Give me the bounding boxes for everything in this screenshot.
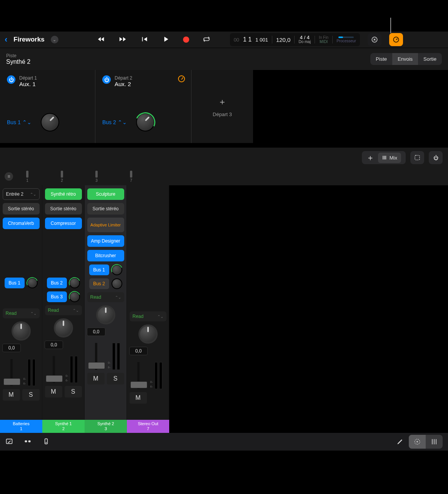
volume-readout[interactable]: 0,0 [129, 347, 148, 355]
mix-view-button[interactable]: Mix [378, 153, 401, 163]
fader[interactable]: 0-6- [87, 339, 124, 370]
send-chip[interactable]: Bus 2 [89, 278, 109, 289]
channel-name-3[interactable]: Synthé 23 [85, 420, 127, 433]
library-icon[interactable] [5, 437, 13, 446]
send-3-label: Départ 3 [213, 111, 232, 117]
solo-button[interactable]: S [65, 386, 82, 398]
send-knob[interactable] [112, 264, 122, 275]
lcd-beats: 1 1 [243, 36, 251, 43]
inspector-tabs: Piste Envois Sortie [370, 53, 442, 65]
pan-knob[interactable] [12, 321, 31, 341]
mute-button[interactable]: M [45, 386, 62, 398]
tab-sortie[interactable]: Sortie [418, 53, 442, 65]
tab-piste[interactable]: Piste [370, 53, 392, 65]
tracks-overview[interactable]: ≡ 1 2 3 7 [0, 168, 448, 185]
output-slot[interactable]: Sortie stéréo [45, 203, 82, 215]
plugin-toggle-button[interactable] [389, 33, 403, 46]
send-2[interactable]: ⏻ Départ 2 Aux. 2 Bus 2 ⌃⌄ [95, 70, 192, 143]
channel-strip-2[interactable]: Synthé rétro Sortie stéréo Compressor Bu… [42, 185, 85, 420]
rewind-button[interactable] [97, 35, 105, 45]
channel-name-2[interactable]: Synthé 12 [42, 420, 85, 433]
fx-slot[interactable]: Adaptive Limiter [87, 218, 124, 232]
fx-slot[interactable]: Amp Designer [87, 235, 124, 247]
channel-strip-3[interactable]: Sculpture Sortie stéréo Adaptive Limiter… [85, 185, 127, 420]
channel-names: Batteries1 Synthé 12 Synthé 23 Stereo Ou… [0, 420, 448, 433]
send-knob[interactable] [112, 278, 122, 289]
send-chip[interactable]: Bus 2 [47, 278, 67, 288]
pan-knob[interactable] [138, 324, 158, 344]
send-knob[interactable] [27, 278, 38, 288]
solo-button[interactable]: S [22, 389, 40, 401]
send-chip[interactable]: Bus 1 [89, 264, 109, 275]
solo-button[interactable]: S [107, 373, 124, 384]
forward-button[interactable] [118, 35, 127, 45]
view-faders-icon[interactable] [426, 435, 443, 449]
send-2-bus[interactable]: Bus 2 ⌃⌄ [102, 119, 127, 125]
overview-menu-icon[interactable]: ≡ [5, 172, 13, 181]
send-1-knob[interactable] [41, 113, 59, 131]
sampler-icon[interactable] [42, 437, 50, 446]
send-1-bus[interactable]: Bus 1 ⌃⌄ [7, 119, 32, 125]
power-all-button[interactable]: ⏻ [429, 151, 443, 164]
fx-slot[interactable]: ChromaVerb [3, 218, 40, 229]
ov-1: 1 [26, 178, 28, 183]
mute-button[interactable]: M [87, 373, 105, 384]
fx-slot[interactable]: Bitcrusher [87, 250, 124, 261]
mute-button[interactable]: M [130, 392, 147, 404]
channel-strip-4[interactable]: Read⌃⌄ 0,0 0-6- M [127, 185, 169, 420]
selection-button[interactable] [410, 151, 424, 164]
lcd-display[interactable]: 00 1 1 1 001 120,0 4 / 4 Do maj In Fin M… [230, 33, 360, 46]
send-knob[interactable] [69, 278, 80, 288]
channel-strip-1[interactable]: Entrée 2⌃⌄ Sortie stéréo ChromaVerb Bus … [0, 185, 42, 420]
cycle-button[interactable] [202, 35, 211, 45]
pan-knob[interactable] [96, 305, 115, 324]
output-slot[interactable]: Sortie stéréo [87, 203, 124, 215]
play-button[interactable] [162, 35, 170, 45]
dismiss-button[interactable] [368, 33, 381, 46]
input-slot[interactable]: Entrée 2⌃⌄ [3, 188, 40, 200]
volume-readout[interactable]: 0,0 [45, 341, 63, 349]
record-button[interactable] [183, 37, 189, 43]
send-chip[interactable]: Bus 3 [47, 291, 67, 302]
automation-mode[interactable]: Read⌃⌄ [87, 292, 124, 302]
send-1[interactable]: ⏻ Départ 1 Aux. 1 Bus 1 ⌃⌄ [0, 70, 95, 143]
svg-point-7 [46, 442, 47, 443]
send-2-knob[interactable] [136, 113, 155, 131]
pan-knob[interactable] [54, 318, 73, 338]
lcd-cpu: Processeur [336, 37, 356, 43]
instrument-slot[interactable]: Sculpture [87, 188, 124, 200]
view-knob-icon[interactable] [409, 435, 426, 449]
send-add[interactable]: ＋ Départ 3 [192, 70, 253, 143]
plus-icon: ＋ [218, 96, 226, 108]
instrument-slot[interactable]: Synthé rétro [45, 188, 82, 200]
edit-icon[interactable] [396, 437, 404, 446]
fx-icon[interactable] [24, 437, 32, 446]
automation-mode[interactable]: Read⌃⌄ [3, 308, 40, 318]
volume-readout[interactable]: 0,0 [87, 328, 105, 336]
fader[interactable]: 0-6- [45, 352, 82, 383]
power-icon[interactable]: ⏻ [7, 75, 15, 84]
go-to-start-button[interactable] [140, 35, 148, 45]
automation-mode[interactable]: Read⌃⌄ [130, 311, 167, 321]
channel-name-4[interactable]: Stereo Out7 [127, 420, 169, 433]
mute-button[interactable]: M [3, 389, 20, 401]
add-track-button[interactable]: ＋ [366, 153, 374, 163]
fader[interactable]: 0-6- [3, 355, 40, 386]
track-label: Piste [6, 53, 30, 58]
send-chip[interactable]: Bus 1 [5, 278, 25, 288]
gauge-icon[interactable] [178, 75, 185, 82]
back-button[interactable]: ‹ [5, 35, 7, 45]
channel-name-1[interactable]: Batteries1 [0, 420, 42, 433]
ov-3: 3 [95, 178, 98, 183]
fx-slot[interactable]: Compressor [45, 218, 82, 229]
automation-mode[interactable]: Read⌃⌄ [45, 305, 82, 315]
mixer-mode: ＋ Mix [362, 151, 406, 164]
tab-envois[interactable]: Envois [392, 53, 418, 65]
send-knob[interactable] [69, 291, 80, 302]
fader[interactable]: 0-6- [130, 358, 167, 389]
volume-readout[interactable]: 0,0 [2, 344, 21, 352]
output-slot[interactable]: Sortie stéréo [3, 203, 40, 215]
bottom-toolbar [0, 433, 448, 451]
power-icon[interactable]: ⏻ [102, 75, 111, 84]
project-menu[interactable]: ⌄ [51, 36, 58, 43]
